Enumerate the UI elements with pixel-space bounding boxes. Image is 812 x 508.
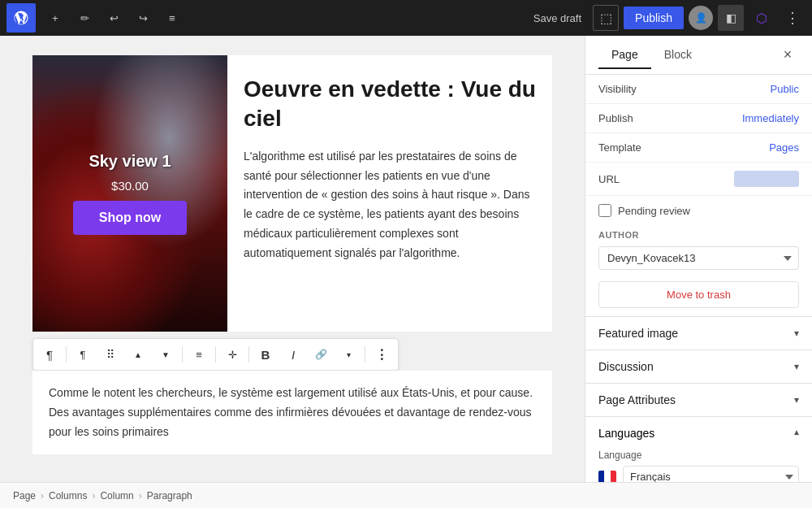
article-body-1: L'algorithme est utilisé par les prestat… bbox=[244, 147, 536, 263]
toolbar-divider-5 bbox=[365, 346, 365, 363]
more-rich-button[interactable]: ▾ bbox=[335, 341, 361, 367]
undo-button[interactable]: ↩ bbox=[101, 5, 127, 31]
language-select-row: Français bbox=[598, 466, 799, 482]
author-section-label: AUTHOR bbox=[585, 225, 812, 243]
up-icon: ▲ bbox=[134, 350, 142, 359]
product-title: Sky view 1 bbox=[89, 152, 171, 171]
tab-page[interactable]: Page bbox=[598, 41, 651, 69]
page-attributes-label: Page Attributes bbox=[598, 393, 676, 406]
toolbar-divider-4 bbox=[248, 346, 249, 363]
language-select[interactable]: Français bbox=[623, 466, 799, 482]
page-attributes-collapsible[interactable]: Page Attributes ▾ bbox=[585, 383, 812, 416]
view-button[interactable]: ⬚ bbox=[593, 5, 619, 31]
shop-now-button[interactable]: Shop now bbox=[73, 201, 187, 235]
more-rich-icon: ▾ bbox=[347, 350, 351, 359]
toolbar-divider-3 bbox=[215, 346, 216, 363]
sidebar: Page Block × Visibility Public Publish I… bbox=[585, 36, 812, 482]
toolbar-divider-1 bbox=[66, 346, 67, 363]
user-avatar[interactable]: 👤 bbox=[689, 6, 713, 30]
italic-button[interactable]: I bbox=[280, 341, 306, 367]
add-block-button[interactable]: + bbox=[42, 5, 68, 31]
wordpress-icon bbox=[13, 10, 29, 26]
move-down-button[interactable]: ▼ bbox=[153, 341, 179, 367]
move-icon: ✛ bbox=[228, 349, 237, 361]
url-field[interactable] bbox=[734, 171, 799, 187]
page-attributes-chevron: ▾ bbox=[794, 394, 799, 406]
breadcrumb-columns[interactable]: Columns bbox=[49, 490, 87, 501]
product-bg bbox=[32, 55, 227, 332]
transform-icon: ¶ bbox=[46, 348, 53, 362]
featured-image-collapsible[interactable]: Featured image ▾ bbox=[585, 316, 812, 350]
discussion-collapsible[interactable]: Discussion ▾ bbox=[585, 350, 812, 383]
options-icon: ⋮ bbox=[375, 347, 388, 363]
sidebar-close-button[interactable]: × bbox=[776, 44, 799, 67]
article-body-2: Comme le notent les chercheurs, le systè… bbox=[49, 384, 536, 441]
tab-block[interactable]: Block bbox=[651, 41, 705, 69]
pending-review-checkbox[interactable] bbox=[598, 204, 611, 217]
toolbar-divider-2 bbox=[182, 346, 183, 363]
product-column: Sky view 1 $30.00 Shop now bbox=[32, 55, 227, 332]
pending-review-row: Pending review bbox=[585, 196, 812, 225]
breadcrumb-paragraph[interactable]: Paragraph bbox=[147, 490, 192, 501]
link-icon: 🔗 bbox=[315, 349, 327, 360]
paragraph-toolbar: ¶ ¶ ⠿ ▲ ▼ ≡ bbox=[32, 338, 399, 371]
bold-button[interactable]: B bbox=[253, 341, 279, 367]
visibility-value[interactable]: Public bbox=[771, 83, 799, 95]
template-row: Template Pages bbox=[585, 133, 812, 163]
settings-icon: ◧ bbox=[726, 11, 736, 24]
template-value[interactable]: Pages bbox=[769, 141, 799, 154]
move-up-button[interactable]: ▲ bbox=[125, 341, 151, 367]
list-view-button[interactable]: ≡ bbox=[159, 5, 185, 31]
more-options-button[interactable]: ⋮ bbox=[780, 5, 806, 31]
author-select[interactable]: Devyn_Kovacek13 bbox=[598, 246, 799, 270]
paragraph-toolbar-wrap: ¶ ¶ ⠿ ▲ ▼ ≡ bbox=[32, 338, 552, 371]
breadcrumb-sep-2: › bbox=[92, 490, 95, 501]
editor-area[interactable]: Sky view 1 $30.00 Shop now Oeuvre en ved… bbox=[0, 36, 585, 482]
url-row: URL bbox=[585, 163, 812, 196]
url-label: URL bbox=[598, 173, 734, 185]
publish-label: Publish bbox=[598, 112, 742, 124]
plugins-button[interactable]: ⬡ bbox=[749, 5, 775, 31]
down-icon: ▼ bbox=[162, 350, 170, 359]
sidebar-tabs: Page Block bbox=[598, 41, 776, 69]
settings-toggle-button[interactable]: ◧ bbox=[718, 5, 744, 31]
sidebar-header: Page Block × bbox=[585, 36, 812, 75]
save-draft-button[interactable]: Save draft bbox=[527, 9, 588, 28]
article-column: Oeuvre en vedette : Vue du ciel L'algori… bbox=[227, 55, 552, 332]
language-label: Language bbox=[598, 449, 799, 461]
edit-button[interactable]: ✏ bbox=[71, 5, 97, 31]
featured-image-label: Featured image bbox=[598, 327, 678, 340]
drag-handle-button[interactable]: ⠿ bbox=[97, 341, 123, 367]
languages-chevron: ▾ bbox=[794, 428, 799, 439]
article-body-2-block: Comme le notent les chercheurs, le systè… bbox=[32, 371, 552, 454]
move-button[interactable]: ✛ bbox=[219, 341, 245, 367]
breadcrumb-column[interactable]: Column bbox=[100, 490, 133, 501]
french-flag-icon bbox=[598, 471, 616, 483]
plugins-icon: ⬡ bbox=[756, 11, 767, 26]
pending-review-label: Pending review bbox=[618, 205, 690, 217]
publish-value[interactable]: Immediately bbox=[742, 112, 799, 124]
product-price: $30.00 bbox=[111, 179, 149, 193]
main-area: Sky view 1 $30.00 Shop now Oeuvre en ved… bbox=[0, 36, 812, 482]
publish-button[interactable]: Publish bbox=[624, 7, 684, 29]
languages-label: Languages bbox=[598, 427, 654, 440]
align-icon: ≡ bbox=[196, 349, 202, 361]
top-toolbar: + ✏ ↩ ↪ ≡ Save draft ⬚ Publish 👤 ◧ ⬡ ⋮ bbox=[0, 0, 812, 36]
move-to-trash-button[interactable]: Move to trash bbox=[598, 281, 799, 308]
article-title: Oeuvre en vedette : Vue du ciel bbox=[244, 75, 536, 134]
redo-button[interactable]: ↪ bbox=[130, 5, 156, 31]
align-button[interactable]: ≡ bbox=[186, 341, 212, 367]
breadcrumb-page[interactable]: Page bbox=[13, 490, 36, 501]
publish-row: Publish Immediately bbox=[585, 104, 812, 133]
block-options-button[interactable]: ⋮ bbox=[369, 341, 395, 367]
languages-title[interactable]: Languages ▾ bbox=[598, 427, 799, 440]
discussion-chevron: ▾ bbox=[794, 361, 799, 372]
paragraph-icon-button[interactable]: ¶ bbox=[70, 341, 96, 367]
featured-image-chevron: ▾ bbox=[794, 328, 799, 339]
view-icon: ⬚ bbox=[600, 11, 612, 26]
wp-logo[interactable] bbox=[6, 3, 36, 33]
link-button[interactable]: 🔗 bbox=[308, 341, 334, 367]
template-label: Template bbox=[598, 141, 769, 154]
transform-block-button[interactable]: ¶ bbox=[37, 341, 63, 367]
languages-section: Languages ▾ Language Français Translatio… bbox=[585, 416, 812, 482]
